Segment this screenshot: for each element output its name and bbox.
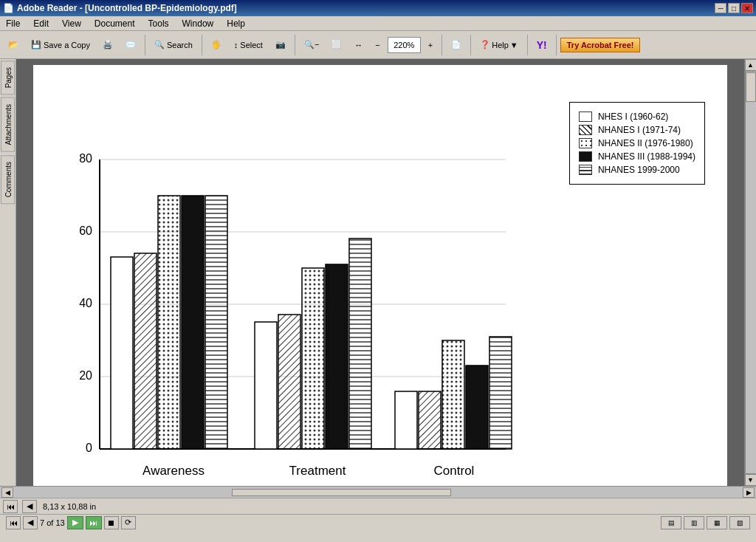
chart-area: 0 20 40 60 80 [55, 87, 554, 486]
help-dropdown-icon: ▼ [510, 41, 518, 49]
legend-swatch-nhes1 [579, 112, 592, 122]
reload-nav[interactable]: ⟳ [121, 516, 136, 529]
menu-view[interactable]: View [59, 18, 84, 30]
scroll-left-button[interactable]: ◀ [1, 487, 13, 498]
fit-icon: ⬜ [331, 40, 342, 49]
zoom-plus-button[interactable]: + [423, 34, 438, 56]
pdf-page: 0 20 40 60 80 [33, 65, 727, 486]
horizontal-scrollbar: ◀ ▶ [0, 486, 756, 498]
hand-icon: 🖐 [211, 40, 221, 49]
scroll-down-button[interactable]: ▼ [745, 474, 757, 486]
close-button[interactable]: ✕ [741, 3, 753, 13]
print-icon: 🖨️ [103, 40, 113, 49]
menu-file[interactable]: File [3, 18, 23, 30]
bar-treatment-nhanes2 [302, 268, 324, 449]
bar-treatment-nhanes1999 [349, 239, 371, 449]
fit-page-button[interactable]: ⬜ [326, 34, 347, 56]
search-button[interactable]: 🔍 Search [149, 34, 198, 56]
legend-label-nhanes3: NHANES III (1988-1994) [598, 151, 695, 162]
menu-tools[interactable]: Tools [145, 18, 172, 30]
fit-width-button[interactable]: ↔ [349, 34, 368, 56]
stop-nav[interactable]: ⏹ [104, 516, 119, 529]
legend-label-nhes1: NHES I (1960-62) [598, 112, 668, 122]
bar-awareness-nhanes2 [158, 196, 180, 449]
scroll-h-thumb[interactable] [232, 489, 450, 496]
yahoo-logo: Y! [537, 39, 547, 51]
zoom-out-button[interactable]: 🔍− [299, 34, 324, 56]
comments-panel-tab[interactable]: Comments [1, 155, 15, 204]
facing-view[interactable]: ▦ [707, 516, 727, 529]
legend-swatch-nhanes1 [579, 125, 592, 135]
open-button[interactable]: 📂 [3, 34, 24, 56]
legend-item-nhanes1999: NHANES 1999-2000 [579, 165, 695, 175]
first-page-nav[interactable]: ⏮ [6, 516, 21, 529]
select-button[interactable]: ↕ Select [229, 34, 268, 56]
save-copy-button[interactable]: 💾 Save a Copy [26, 34, 95, 56]
continuous-facing-view[interactable]: ▧ [729, 516, 750, 529]
search-label: Search [167, 41, 193, 49]
bar-treatment-nhes1 [255, 322, 277, 449]
zoom-minus-button[interactable]: − [370, 34, 385, 56]
scroll-thumb[interactable] [746, 72, 756, 102]
legend-swatch-nhanes1999 [579, 165, 592, 175]
save-copy-label: Save a Copy [44, 41, 90, 49]
single-page-view[interactable]: ▤ [661, 516, 681, 529]
search-icon: 🔍 [154, 40, 165, 49]
maximize-button[interactable]: □ [728, 3, 740, 13]
last-page-nav[interactable]: ⏭ [86, 516, 102, 529]
bottom-bar: ⏮ ◀ 7 of 13 ▶ ⏭ ⏹ ⟳ ▤ ▥ ▦ ▧ [0, 514, 756, 530]
page-number: 7 of 13 [40, 518, 65, 527]
acrobat-trial-button[interactable]: Try Acrobat Free! [560, 38, 641, 52]
svg-text:40: 40 [79, 297, 92, 309]
page-size: 8,13 x 10,88 in [40, 502, 99, 511]
minimize-button[interactable]: ─ [715, 3, 726, 13]
title-bar-buttons: ─ □ ✕ [715, 3, 753, 13]
legend-item-nhanes2: NHANES II (1976-1980) [579, 138, 695, 148]
plus-icon: + [428, 41, 433, 49]
continuous-view[interactable]: ▥ [684, 516, 704, 529]
legend-item-nhanes1: NHANES I (1971-74) [579, 125, 695, 135]
prev-page-button[interactable]: ◀ [22, 500, 37, 513]
svg-text:80: 80 [79, 152, 92, 165]
first-page-button[interactable]: ⏮ [3, 500, 18, 513]
bar-treatment-nhanes1 [278, 315, 300, 449]
left-panels: Pages Attachments Comments [0, 59, 16, 486]
bar-control-nhanes1 [419, 391, 441, 449]
bar-awareness-nhanes3 [182, 196, 204, 449]
menu-help[interactable]: Help [224, 18, 248, 30]
pages-panel-tab[interactable]: Pages [1, 61, 15, 95]
separator-6 [527, 35, 528, 55]
prev-page-nav[interactable]: ◀ [23, 516, 38, 529]
title-bar-left: 📄 Adobe Reader - [Uncontrolled BP-Epidem… [3, 3, 237, 13]
svg-text:60: 60 [79, 224, 92, 237]
scroll-up-button[interactable]: ▲ [745, 59, 757, 71]
minus-icon: − [375, 41, 379, 49]
camera-icon: 📷 [275, 40, 286, 49]
menu-document[interactable]: Document [92, 18, 138, 30]
content-area: 0 20 40 60 80 [16, 59, 744, 486]
zoom-input[interactable] [388, 37, 421, 53]
legend-swatch-nhanes2 [579, 138, 592, 148]
hand-tool-button[interactable]: 🖐 [206, 34, 227, 56]
next-page-nav[interactable]: ▶ [67, 516, 83, 529]
bar-treatment-nhanes3 [326, 264, 348, 449]
help-button[interactable]: ❓ Help ▼ [475, 38, 523, 52]
bar-control-nhanes1999 [489, 337, 512, 449]
open-icon: 📂 [8, 40, 18, 49]
app-icon: 📄 [3, 3, 14, 13]
separator-7 [556, 35, 557, 55]
scroll-right-button[interactable]: ▶ [743, 487, 755, 498]
menu-edit[interactable]: Edit [30, 18, 52, 30]
email-button[interactable]: ✉️ [120, 34, 141, 56]
cursor-icon: ↕ [234, 41, 238, 49]
snapshot-button[interactable]: 📷 [270, 34, 291, 56]
attachments-panel-tab[interactable]: Attachments [1, 97, 15, 152]
scroll-track [745, 71, 757, 474]
pages-button[interactable]: 📄 [446, 34, 467, 56]
title-bar: 📄 Adobe Reader - [Uncontrolled BP-Epidem… [0, 0, 756, 16]
scroll-h-track [13, 488, 743, 497]
legend-swatch-nhanes3 [579, 151, 592, 162]
menu-window[interactable]: Window [179, 18, 217, 30]
print-button[interactable]: 🖨️ [97, 34, 118, 56]
yahoo-button[interactable]: Y! [532, 34, 552, 56]
